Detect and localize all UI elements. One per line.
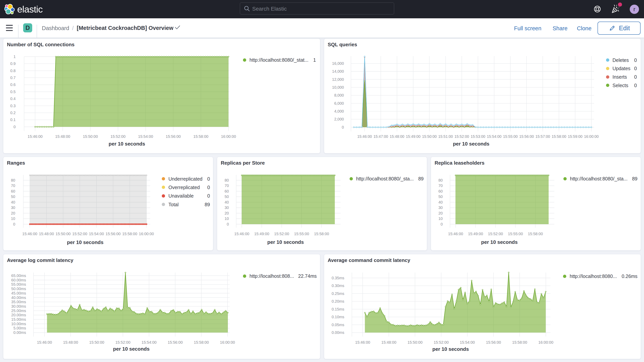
svg-text:0.20ms: 0.20ms <box>332 299 344 304</box>
svg-text:16:00:00: 16:00:00 <box>220 340 235 344</box>
svg-text:15:46:00: 15:46:00 <box>355 340 370 344</box>
svg-text:16:00:00: 16:00:00 <box>538 340 553 344</box>
svg-text:15:54:00: 15:54:00 <box>487 134 501 138</box>
svg-text:16,000: 16,000 <box>332 61 344 66</box>
svg-text:70: 70 <box>11 184 15 188</box>
svg-text:60.00ms: 60.00ms <box>11 278 26 282</box>
svg-text:30: 30 <box>438 206 443 210</box>
svg-text:60: 60 <box>11 189 15 193</box>
svg-text:2,000: 2,000 <box>334 117 344 121</box>
svg-text:15:46:00: 15:46:00 <box>357 134 372 138</box>
svg-text:15:58:00: 15:58:00 <box>194 134 208 138</box>
svg-text:10.00ms: 10.00ms <box>11 322 26 326</box>
svg-text:15:58:00: 15:58:00 <box>194 340 209 344</box>
svg-text:15:54:00: 15:54:00 <box>138 134 153 138</box>
svg-text:8,000: 8,000 <box>334 93 344 97</box>
svg-text:30: 30 <box>225 206 229 210</box>
svg-text:0.15ms: 0.15ms <box>332 307 344 311</box>
svg-text:15:55:00: 15:55:00 <box>294 232 309 236</box>
svg-text:25.00ms: 25.00ms <box>11 308 26 313</box>
svg-text:30: 30 <box>11 206 15 210</box>
svg-text:per 10 seconds: per 10 seconds <box>432 346 469 352</box>
svg-text:50: 50 <box>438 194 443 199</box>
svg-text:15:46:00: 15:46:00 <box>234 232 249 236</box>
svg-text:0.35ms: 0.35ms <box>332 276 344 280</box>
svg-text:15:58:00: 15:58:00 <box>314 232 329 236</box>
svg-text:0.7: 0.7 <box>10 76 16 80</box>
svg-text:15:49:00: 15:49:00 <box>468 232 483 236</box>
svg-text:14,000: 14,000 <box>332 69 344 74</box>
svg-text:30.00ms: 30.00ms <box>11 304 26 308</box>
svg-text:15:58:00: 15:58:00 <box>528 232 543 236</box>
svg-text:15:47:00: 15:47:00 <box>373 134 388 138</box>
svg-text:15:58:00: 15:58:00 <box>512 340 527 344</box>
svg-text:15:58:00: 15:58:00 <box>552 134 566 138</box>
svg-text:80: 80 <box>438 178 443 182</box>
svg-text:20: 20 <box>225 211 229 215</box>
svg-text:15:52:00: 15:52:00 <box>434 340 449 344</box>
svg-text:15:50:00: 15:50:00 <box>56 232 70 236</box>
svg-text:per 10 seconds: per 10 seconds <box>67 240 103 245</box>
svg-text:1: 1 <box>14 54 16 59</box>
svg-text:40: 40 <box>11 200 15 204</box>
svg-text:35.00ms: 35.00ms <box>11 300 26 304</box>
svg-text:15:53:00: 15:53:00 <box>470 134 485 138</box>
svg-text:50: 50 <box>11 194 15 199</box>
svg-text:16:00:00: 16:00:00 <box>139 232 154 236</box>
svg-text:0.4: 0.4 <box>10 96 16 101</box>
svg-text:0.6: 0.6 <box>10 82 16 87</box>
svg-text:15:52:00: 15:52:00 <box>72 232 87 236</box>
svg-text:40.00ms: 40.00ms <box>11 296 26 300</box>
svg-text:55.00ms: 55.00ms <box>11 282 26 286</box>
svg-text:0.2: 0.2 <box>10 111 16 115</box>
svg-text:0.05ms: 0.05ms <box>332 323 344 327</box>
svg-text:15:49:00: 15:49:00 <box>254 232 269 236</box>
svg-text:12,000: 12,000 <box>332 77 344 82</box>
svg-text:0.9: 0.9 <box>10 62 16 66</box>
svg-text:70: 70 <box>438 184 443 188</box>
svg-text:0: 0 <box>13 222 15 226</box>
svg-text:20.00ms: 20.00ms <box>11 313 26 317</box>
svg-text:15:55:00: 15:55:00 <box>508 232 523 236</box>
svg-text:0.5: 0.5 <box>10 90 16 94</box>
svg-text:15:52:00: 15:52:00 <box>274 232 289 236</box>
svg-text:0: 0 <box>227 222 229 226</box>
svg-text:10: 10 <box>438 216 443 221</box>
svg-text:15:48:00: 15:48:00 <box>63 340 78 344</box>
svg-text:50.00ms: 50.00ms <box>11 287 26 291</box>
svg-text:15:52:00: 15:52:00 <box>110 134 126 138</box>
svg-text:10,000: 10,000 <box>332 85 344 90</box>
svg-text:15:48:00: 15:48:00 <box>39 232 54 236</box>
svg-text:15:54:00: 15:54:00 <box>460 340 475 344</box>
svg-text:15:50:00: 15:50:00 <box>422 134 436 138</box>
svg-text:0.00ms: 0.00ms <box>332 330 344 335</box>
svg-text:0.10ms: 0.10ms <box>332 315 344 319</box>
svg-text:15:48:00: 15:48:00 <box>381 340 396 344</box>
svg-text:80: 80 <box>11 178 15 182</box>
svg-text:15:56:00: 15:56:00 <box>166 134 181 138</box>
svg-text:60: 60 <box>438 189 443 193</box>
svg-text:15:46:00: 15:46:00 <box>37 340 52 344</box>
svg-text:15:56:00: 15:56:00 <box>519 134 534 138</box>
svg-text:15:52:00: 15:52:00 <box>115 340 130 344</box>
svg-text:15:48:00: 15:48:00 <box>55 134 70 138</box>
svg-text:0: 0 <box>14 125 16 129</box>
svg-text:15:52:00: 15:52:00 <box>454 134 469 138</box>
svg-text:15:56:00: 15:56:00 <box>486 340 501 344</box>
svg-text:15:46:00: 15:46:00 <box>22 232 38 236</box>
svg-text:65.00ms: 65.00ms <box>11 274 26 278</box>
svg-text:0.1: 0.1 <box>10 118 16 122</box>
svg-text:80: 80 <box>225 178 229 182</box>
svg-text:15:46:00: 15:46:00 <box>28 134 42 138</box>
svg-text:15:56:00: 15:56:00 <box>106 232 121 236</box>
svg-text:15:58:00: 15:58:00 <box>122 232 137 236</box>
svg-text:15:55:00: 15:55:00 <box>503 134 518 138</box>
svg-text:0.25ms: 0.25ms <box>332 292 344 296</box>
svg-text:6,000: 6,000 <box>334 101 344 106</box>
svg-text:0.3: 0.3 <box>10 104 16 108</box>
svg-text:per 10 seconds: per 10 seconds <box>267 239 304 245</box>
svg-text:0.00ms: 0.00ms <box>13 330 26 335</box>
svg-text:20: 20 <box>11 211 15 215</box>
svg-text:0: 0 <box>440 222 443 226</box>
svg-text:per 10 seconds: per 10 seconds <box>113 346 150 352</box>
